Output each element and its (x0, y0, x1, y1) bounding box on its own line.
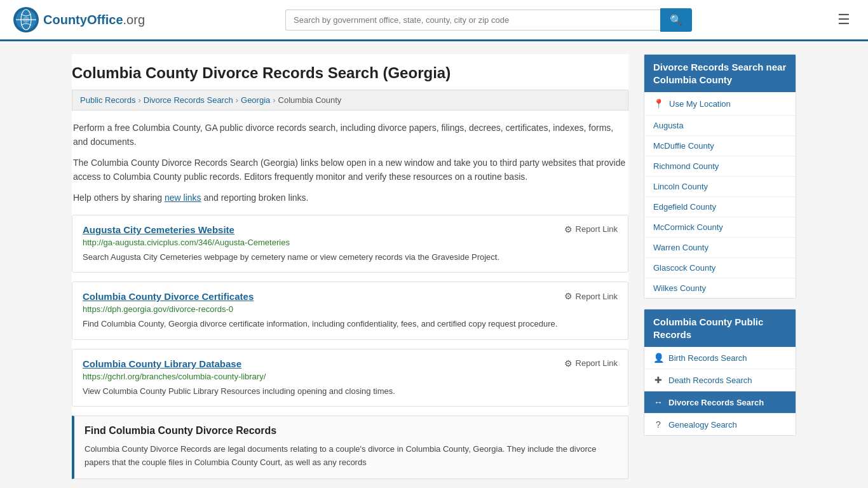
record-header-1: Columbia County Divorce Certificates ⚙ R… (83, 291, 618, 302)
logo-icon (13, 6, 39, 33)
bc-sep-2: › (236, 95, 238, 105)
record-title-1[interactable]: Columbia County Divorce Certificates (83, 291, 254, 302)
logo-text: CountyOffice.org (43, 13, 145, 27)
breadcrumb: Public Records › Divorce Records Search … (72, 90, 628, 111)
find-title: Find Columbia County Divorce Records (85, 425, 618, 437)
bc-sep-3: › (273, 95, 275, 105)
public-records-item-3[interactable]: ? Genealogy Search (644, 414, 796, 435)
content-area: Columbia County Divorce Records Search (… (72, 54, 628, 479)
nearby-item-8: Wilkes County (644, 278, 796, 298)
report-icon-2: ⚙ (564, 358, 573, 369)
description-1: Perform a free Columbia County, GA publi… (72, 121, 628, 149)
nearby-link-8[interactable]: Wilkes County (653, 283, 706, 293)
menu-button[interactable]: ☰ (832, 9, 855, 30)
report-label-1: Report Link (576, 292, 618, 301)
logo-area: CountyOffice.org (13, 6, 145, 33)
page-title: Columbia County Divorce Records Search (… (72, 54, 628, 90)
nearby-item-3: Lincoln County (644, 177, 796, 197)
record-header-0: Augusta City Cemeteries Website ⚙ Report… (83, 224, 618, 235)
cross-icon: ✚ (653, 375, 663, 385)
breadcrumb-divorce-records[interactable]: Divorce Records Search (144, 95, 233, 105)
find-section: Find Columbia County Divorce Records Col… (72, 416, 628, 479)
breadcrumb-columbia: Columbia County (278, 95, 342, 105)
breadcrumb-georgia[interactable]: Georgia (241, 95, 270, 105)
public-records-item-2[interactable]: ↔ Divorce Records Search (644, 391, 796, 414)
nearby-item-2: Richmond County (644, 156, 796, 177)
public-records-item-0[interactable]: 👤 Birth Records Search (644, 347, 796, 369)
public-records-header: Columbia County Public Records (644, 309, 796, 347)
nearby-link-6[interactable]: Warren County (653, 243, 709, 252)
find-desc: Columbia County Divorce Records are lega… (85, 443, 618, 470)
nearby-item-4: Edgefield County (644, 197, 796, 217)
use-location[interactable]: 📍 Use My Location (644, 92, 796, 116)
record-title-2[interactable]: Columbia County Library Database (83, 358, 241, 369)
arrows-icon: ↔ (653, 397, 663, 407)
nearby-link-2[interactable]: Richmond County (653, 161, 719, 171)
record-title-0[interactable]: Augusta City Cemeteries Website (83, 224, 234, 235)
record-entry-0: Augusta City Cemeteries Website ⚙ Report… (72, 215, 628, 273)
nearby-header: Divorce Records Search near Columbia Cou… (644, 55, 796, 92)
nearby-item-7: Glascock County (644, 258, 796, 278)
description-3-prefix: Help others by sharing (73, 193, 165, 203)
search-input[interactable] (285, 10, 660, 30)
report-label-2: Report Link (576, 358, 618, 368)
nearby-item-6: Warren County (644, 238, 796, 258)
description-3-suffix: and reporting broken links. (201, 193, 309, 203)
record-desc-2: View Columbia County Public Library Reso… (83, 385, 618, 398)
nearby-link-3[interactable]: Lincoln County (653, 182, 708, 191)
location-pin-icon: 📍 (653, 98, 664, 109)
bc-sep-1: › (138, 95, 140, 105)
use-location-link[interactable]: Use My Location (669, 99, 731, 109)
nearby-link-5[interactable]: McCormick County (653, 222, 723, 232)
record-url-2: https://gchrl.org/branches/columbia-coun… (83, 372, 618, 381)
record-desc-1: Find Columbia County, Georgia divorce ce… (83, 318, 618, 330)
death-records-link[interactable]: Death Records Search (668, 376, 752, 385)
sidebar: Divorce Records Search near Columbia Cou… (644, 54, 796, 479)
record-desc-0: Search Augusta City Cemeteries webpage b… (83, 251, 618, 264)
report-link-2[interactable]: ⚙ Report Link (564, 358, 618, 369)
record-header-2: Columbia County Library Database ⚙ Repor… (83, 358, 618, 369)
nearby-link-0[interactable]: Augusta (653, 121, 684, 130)
main-container: Columbia County Divorce Records Search (… (59, 41, 809, 488)
public-records-item-1[interactable]: ✚ Death Records Search (644, 369, 796, 391)
breadcrumb-public-records[interactable]: Public Records (80, 95, 135, 105)
record-url-0: http://ga-augusta.civicplus.com/346/Augu… (83, 238, 618, 247)
birth-records-link[interactable]: Birth Records Search (668, 353, 747, 363)
nearby-link-7[interactable]: Glascock County (653, 263, 715, 273)
search-button[interactable]: 🔍 (660, 8, 692, 32)
description-3: Help others by sharing new links and rep… (72, 191, 628, 205)
nearby-link-1[interactable]: McDuffie County (653, 141, 714, 151)
question-icon: ? (653, 419, 663, 430)
record-entry-2: Columbia County Library Database ⚙ Repor… (72, 349, 628, 407)
person-icon: 👤 (653, 353, 663, 363)
record-url-1: https://dph.georgia.gov/divorce-records-… (83, 304, 618, 314)
report-link-1[interactable]: ⚙ Report Link (564, 291, 618, 301)
description-2: The Columbia County Divorce Records Sear… (72, 156, 628, 184)
svg-point-4 (23, 17, 29, 23)
new-links[interactable]: new links (165, 193, 201, 203)
report-icon-0: ⚙ (564, 224, 573, 234)
record-entry-1: Columbia County Divorce Certificates ⚙ R… (72, 281, 628, 340)
nearby-section: Divorce Records Search near Columbia Cou… (644, 54, 796, 299)
divorce-records-link[interactable]: Divorce Records Search (668, 398, 764, 407)
header: CountyOffice.org 🔍 ☰ (0, 0, 868, 41)
report-icon-1: ⚙ (564, 291, 573, 301)
nearby-item-0: Augusta (644, 116, 796, 136)
search-area: 🔍 (285, 8, 692, 32)
report-label-0: Report Link (576, 224, 618, 234)
public-records-section: Columbia County Public Records 👤 Birth R… (644, 309, 796, 436)
nearby-item-1: McDuffie County (644, 136, 796, 156)
report-link-0[interactable]: ⚙ Report Link (564, 224, 618, 234)
nearby-link-4[interactable]: Edgefield County (653, 202, 716, 212)
genealogy-link[interactable]: Genealogy Search (668, 420, 737, 430)
nearby-item-5: McCormick County (644, 217, 796, 238)
